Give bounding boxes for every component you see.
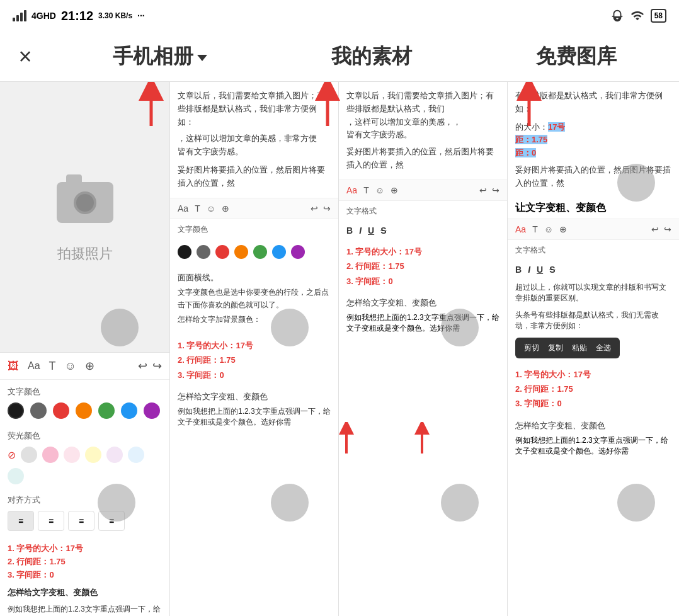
swatch-orange[interactable]: [76, 402, 92, 419]
align-section: 对齐方式 ≡ ≡ ≡ ≡: [0, 489, 169, 536]
p1-swatch-black[interactable]: [178, 245, 191, 259]
p3-italic-button[interactable]: I: [528, 265, 530, 275]
left-toolbar: 🖼 Aa T ☺ ⊕ ↩ ↪: [0, 353, 169, 380]
status-bar: 4GHD 21:12 3.30 KB/s ··· 58: [0, 0, 679, 31]
p2-undo-redo: ↩ ↪: [479, 185, 499, 195]
ctx-cut[interactable]: 剪切: [520, 341, 543, 355]
close-button[interactable]: ×: [0, 43, 50, 70]
p1-swatch-orange[interactable]: [234, 245, 248, 259]
p3-highlight-3: 距：0: [515, 148, 536, 157]
align-right-button[interactable]: ≡: [68, 511, 94, 531]
color-label: 文字颜色: [8, 386, 162, 397]
p3-undo-icon[interactable]: ↩: [651, 224, 659, 234]
p1-swatch-blue[interactable]: [272, 245, 286, 259]
p2-italic-button[interactable]: I: [359, 225, 362, 236]
p3-add-icon[interactable]: ⊕: [559, 224, 567, 234]
emoji-icon[interactable]: ☺: [65, 360, 76, 373]
p1-swatch-gray[interactable]: [197, 245, 210, 259]
camera-icon: [47, 171, 123, 234]
p1-font-size-icon[interactable]: Aa: [178, 203, 188, 214]
swatch-red[interactable]: [53, 402, 69, 419]
panel3-main-title: 让文字变粗、变颜色: [508, 198, 679, 219]
align-left-button[interactable]: ≡: [8, 511, 34, 531]
panel2-top-text: 文章以后，我们需要给文章插入图片；有些排版都是默认格式，我们 ，这样可以增加文章…: [339, 82, 507, 180]
hl-lavender[interactable]: [106, 447, 123, 463]
p2-strikethrough-button[interactable]: S: [380, 225, 386, 236]
text-icon[interactable]: T: [49, 360, 56, 373]
panel1-body: 面面横线。 文字变颜色也是选中你要变色的行段，之后点击下面你喜欢的颜色就可以了。…: [170, 264, 338, 333]
hl-teal[interactable]: [8, 468, 24, 484]
no-highlight-icon[interactable]: ⊘: [8, 449, 16, 461]
hl-pink[interactable]: [42, 447, 59, 463]
dropdown-arrow-icon: [197, 55, 207, 61]
font-size-icon[interactable]: Aa: [28, 360, 40, 372]
p2-text-icon[interactable]: T: [363, 185, 369, 195]
undo-icon[interactable]: ↩: [138, 359, 147, 373]
align-buttons: ≡ ≡ ≡ ≡: [8, 511, 162, 531]
p1-color-label: 文字颜色: [178, 224, 208, 235]
p1-list-3: 3. 字间距：0: [178, 368, 331, 382]
hl-light-blue[interactable]: [128, 447, 144, 463]
panel3-top: 有些排版都是默认格式，我们非常方便例如： 的大小：17号 距：1.75 距：0 …: [508, 82, 679, 198]
p3-underline-button[interactable]: U: [537, 265, 543, 275]
p1-list-1: 1. 字号的大小：17号: [178, 338, 331, 353]
ctx-copy[interactable]: 复制: [544, 341, 567, 355]
panel3-subtitle: 怎样给文字变粗、变颜色: [508, 416, 679, 435]
p2-bold-button[interactable]: B: [346, 225, 353, 236]
context-menu-area: 剪切 复制 粘贴 全选: [508, 334, 679, 362]
ctx-paste[interactable]: 粘贴: [568, 341, 591, 355]
image-icon[interactable]: 🖼: [8, 360, 19, 373]
tab-my-materials[interactable]: 我的素材: [331, 43, 412, 71]
swatch-black[interactable]: [8, 402, 24, 419]
p1-emoji-icon[interactable]: ☺: [207, 203, 215, 214]
panel1-color-row: 文字颜色: [170, 219, 338, 240]
p3-text-icon[interactable]: T: [532, 224, 538, 234]
time: 21:12: [61, 9, 93, 23]
add-icon[interactable]: ⊕: [85, 359, 94, 373]
p3-font-size-icon[interactable]: Aa: [515, 224, 526, 234]
dots: ···: [137, 11, 145, 21]
p1-undo-icon[interactable]: ↩: [311, 203, 318, 214]
p2-undo-icon[interactable]: ↩: [479, 185, 487, 195]
p1-text-icon[interactable]: T: [195, 203, 200, 214]
p3-strikethrough-button[interactable]: S: [549, 265, 555, 275]
hl-light-pink[interactable]: [64, 447, 80, 463]
p1-add-icon[interactable]: ⊕: [222, 203, 229, 214]
align-justify-button[interactable]: ≡: [98, 511, 125, 531]
list-item-3: 3. 字间距：0: [8, 569, 162, 582]
hl-yellow[interactable]: [85, 447, 101, 463]
p1-swatch-purple[interactable]: [291, 245, 305, 259]
p1-redo-icon[interactable]: ↪: [323, 203, 331, 214]
p1-swatch-red[interactable]: [215, 245, 229, 259]
panel1-toolbar: Aa T ☺ ⊕ ↩ ↪: [170, 198, 338, 219]
swatch-green[interactable]: [98, 402, 115, 419]
nav-tabs: 手机相册 我的素材 免费图库: [50, 43, 679, 71]
p2-redo-icon[interactable]: ↪: [492, 185, 499, 195]
swatch-purple[interactable]: [144, 402, 160, 419]
swatch-gray[interactable]: [30, 402, 47, 419]
left-text-content: 1. 字号的大小：17号 2. 行间距：1.75 3. 字间距：0 怎样给文字变…: [0, 536, 169, 616]
redo-icon[interactable]: ↪: [152, 359, 162, 373]
p3-list-1: 1. 字号的大小：17号: [515, 367, 671, 382]
p3-bold-button[interactable]: B: [515, 265, 522, 275]
panel-1: 文章以后，我们需要给文章插入图片；有些排版都是默认格式，我们非常方便例如： ，这…: [170, 82, 339, 616]
p2-list-3: 3. 字间距：0: [346, 274, 499, 288]
panel2-color-label-row: 文字格式: [339, 201, 507, 222]
p1-swatch-green[interactable]: [253, 245, 267, 259]
tab-phone-album[interactable]: 手机相册: [113, 43, 207, 71]
p2-add-icon[interactable]: ⊕: [391, 185, 398, 195]
p3-highlight-2: 距：1.75: [515, 135, 547, 144]
panel1-swatches: [170, 240, 338, 264]
hl-white[interactable]: [21, 447, 37, 463]
color-swatches: [8, 402, 162, 419]
swatch-blue[interactable]: [121, 402, 137, 419]
align-center-button[interactable]: ≡: [38, 511, 64, 531]
tab-free-library[interactable]: 免费图库: [536, 43, 617, 71]
p3-redo-icon[interactable]: ↪: [664, 224, 671, 234]
ctx-select-all[interactable]: 全选: [592, 341, 615, 355]
p2-emoji-icon[interactable]: ☺: [375, 185, 384, 195]
p3-emoji-icon[interactable]: ☺: [544, 224, 553, 234]
p2-font-size-icon[interactable]: Aa: [346, 185, 357, 195]
camera-area[interactable]: 拍摄照片: [0, 82, 169, 353]
p2-underline-button[interactable]: U: [368, 225, 374, 236]
